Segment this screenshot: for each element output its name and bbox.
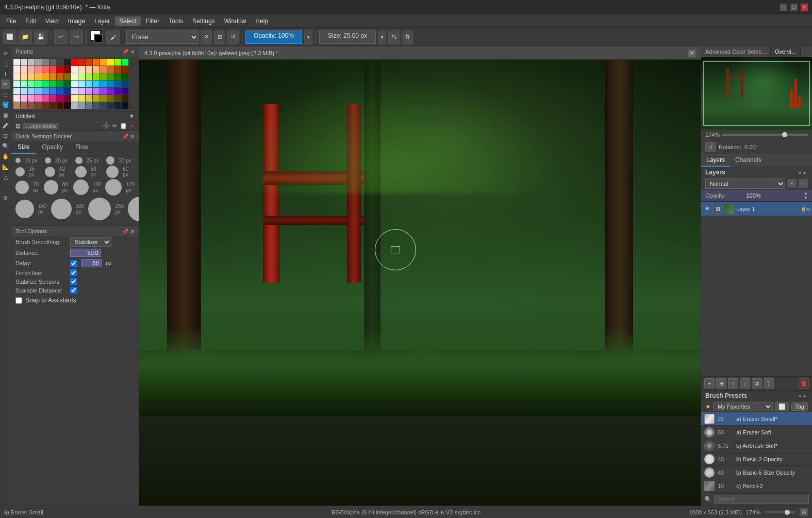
brush-dot-200[interactable] [51, 199, 72, 219]
color-cell[interactable] [42, 66, 49, 73]
menu-layer[interactable]: Layer [90, 17, 114, 26]
color-cell[interactable] [78, 102, 85, 109]
scalable-distance-checkbox[interactable] [70, 287, 77, 294]
color-cell[interactable] [42, 59, 49, 66]
color-cell[interactable] [42, 80, 49, 87]
menu-settings[interactable]: Settings [188, 17, 219, 26]
color-cell[interactable] [78, 59, 85, 66]
color-cell[interactable] [28, 102, 35, 109]
assistant-tool[interactable]: △ [1, 172, 10, 182]
text-tool[interactable]: T [1, 69, 10, 78]
quick-tab-size[interactable]: Size [11, 141, 36, 154]
color-cell[interactable] [28, 66, 35, 73]
color-cell[interactable] [100, 73, 107, 80]
color-cell[interactable] [78, 88, 85, 94]
menu-select[interactable]: Select [115, 17, 140, 26]
layer-tag-label[interactable]: ...cept-cookie [23, 123, 59, 130]
status-zoom-slider[interactable] [765, 511, 796, 513]
quick-tab-opacity[interactable]: Opacity [36, 141, 69, 154]
color-cell[interactable] [122, 59, 128, 66]
color-cell[interactable] [100, 59, 107, 66]
add-layer-icon[interactable]: ➕ [103, 122, 110, 130]
status-expand-btn[interactable]: ⊞ [800, 508, 808, 516]
color-cell[interactable] [35, 73, 42, 80]
color-cell[interactable] [28, 73, 35, 80]
color-cell[interactable] [93, 95, 100, 102]
color-cell[interactable] [71, 59, 78, 66]
open-btn[interactable]: 📁 [19, 30, 32, 44]
pan-tool[interactable]: ✋ [1, 152, 10, 161]
redo-btn[interactable]: ↪ [70, 30, 83, 44]
color-cell[interactable] [78, 95, 85, 102]
color-cell[interactable] [86, 66, 92, 73]
minimize-btn[interactable]: ─ [780, 4, 787, 11]
color-cell[interactable] [28, 95, 35, 102]
tag-label-btn[interactable]: Tag [791, 402, 808, 411]
undo-btn[interactable]: ↩ [54, 30, 68, 44]
color-cell[interactable] [35, 66, 42, 73]
brush-smoothing-select[interactable]: Stabilizer [70, 237, 111, 247]
brush-dot-80[interactable] [44, 180, 58, 195]
advanced-color-tab[interactable]: Advanced Color Selec... [701, 46, 771, 57]
color-cell[interactable] [42, 73, 49, 80]
color-cell[interactable] [21, 59, 27, 66]
zoom-tool[interactable]: 🔍 [1, 141, 10, 151]
opacity-arrow-down[interactable]: ▾ [304, 30, 312, 44]
paint-tool active[interactable]: ✏ [1, 79, 10, 89]
rotate-icon[interactable]: ↺ [705, 142, 716, 152]
color-cell[interactable] [49, 66, 56, 73]
presets-scroll[interactable]: ▲▲ [798, 393, 807, 398]
color-cell[interactable] [86, 88, 92, 94]
color-cell[interactable] [28, 59, 35, 66]
quick-settings-close-icon[interactable]: ✕ [130, 134, 135, 139]
brush-dot-50[interactable] [75, 166, 87, 177]
color-cell[interactable] [71, 88, 78, 94]
color-cell[interactable] [100, 88, 107, 94]
color-cell[interactable] [93, 102, 100, 109]
brush-dot-20[interactable] [45, 157, 51, 164]
layer-lock-1[interactable]: 🔒 [801, 206, 806, 212]
color-cell[interactable] [114, 66, 121, 73]
smart-patch-tool[interactable]: ⊗ [1, 193, 10, 202]
color-cell[interactable] [13, 80, 20, 87]
eraser-tool[interactable]: ◻ [1, 90, 10, 99]
color-cell[interactable] [35, 88, 42, 94]
move-layer-down-btn[interactable]: ↓ [740, 378, 750, 388]
blend-mode-select[interactable]: Normal [705, 179, 785, 189]
color-cell[interactable] [21, 95, 27, 102]
color-cell[interactable] [57, 66, 63, 73]
color-cell[interactable] [64, 66, 71, 73]
color-cell[interactable] [107, 59, 114, 66]
opacity-arrows[interactable]: ▲ ▼ [804, 191, 808, 200]
color-cell[interactable] [13, 88, 20, 94]
color-cell[interactable] [13, 59, 20, 66]
color-cell[interactable] [78, 80, 85, 87]
color-cell[interactable] [35, 80, 42, 87]
color-cell[interactable] [64, 95, 71, 102]
fg-bg-swatch[interactable] [90, 30, 104, 44]
brush-dot-16[interactable] [15, 158, 21, 163]
color-cell[interactable] [71, 66, 78, 73]
color-cell[interactable] [57, 95, 63, 102]
color-cell[interactable] [57, 59, 63, 66]
group-expand-icon[interactable]: ▼ [129, 113, 135, 119]
brush-preset-btn[interactable]: 🖌 [106, 30, 120, 44]
pattern-btn[interactable]: ⊞ [214, 30, 225, 44]
color-cell[interactable] [93, 59, 100, 66]
color-cell[interactable] [42, 88, 49, 94]
add-layer-btn[interactable]: + [704, 378, 715, 388]
menu-window[interactable]: Window [220, 17, 251, 26]
distance-input[interactable] [70, 249, 101, 257]
new-btn[interactable]: ⬜ [3, 30, 16, 44]
maximize-btn[interactable]: □ [790, 4, 798, 11]
color-cell[interactable] [42, 102, 49, 109]
color-cell[interactable] [107, 73, 114, 80]
palette-pin-icon[interactable]: 📌 [122, 49, 128, 55]
ruler-tool[interactable]: 📐 [1, 162, 10, 171]
zoom-slider[interactable] [722, 134, 808, 136]
color-cell[interactable] [122, 95, 128, 102]
canvas-tab-close[interactable]: ✕ [688, 50, 695, 57]
color-cell[interactable] [49, 80, 56, 87]
flip-h-btn[interactable]: ⇆ [388, 30, 400, 44]
color-cell[interactable] [71, 102, 78, 109]
